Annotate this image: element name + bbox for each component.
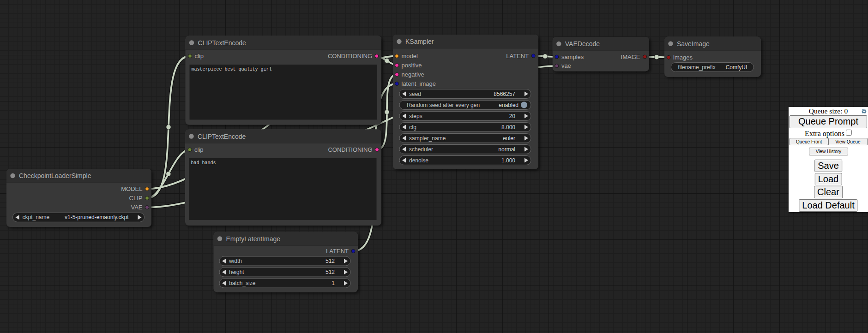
svg-text:CLIPTextEncode: CLIPTextEncode	[198, 133, 246, 140]
svg-text:steps: steps	[409, 113, 422, 119]
svg-text:height: height	[229, 269, 244, 275]
svg-text:VAE: VAE	[131, 204, 142, 211]
svg-text:EmptyLatentImage: EmptyLatentImage	[226, 235, 281, 243]
svg-text:KSampler: KSampler	[405, 38, 434, 45]
svg-text:CheckpointLoaderSimple: CheckpointLoaderSimple	[19, 172, 91, 179]
svg-text:clip: clip	[195, 53, 204, 59]
svg-text:20: 20	[509, 113, 516, 119]
svg-text:bad hands: bad hands	[191, 161, 216, 166]
svg-text:clip: clip	[194, 146, 204, 153]
svg-text:CLIP: CLIP	[129, 195, 143, 202]
svg-text:VAEDecode: VAEDecode	[565, 40, 600, 48]
svg-text:samples: samples	[561, 54, 584, 60]
svg-text:denoise: denoise	[409, 157, 428, 164]
svg-text:positive: positive	[402, 62, 422, 69]
svg-text:v1-5-pruned-emaonly.ckpt: v1-5-pruned-emaonly.ckpt	[65, 214, 129, 220]
svg-text:images: images	[673, 54, 693, 61]
svg-text:masterpiece best quality girl: masterpiece best quality girl	[192, 67, 272, 72]
svg-text:8.000: 8.000	[501, 124, 515, 131]
svg-text:8566257: 8566257	[494, 91, 515, 97]
svg-text:scheduler: scheduler	[409, 146, 433, 153]
svg-text:IMAGE: IMAGE	[621, 54, 640, 60]
svg-text:euler: euler	[503, 135, 515, 142]
svg-text:CLIPTextEncode: CLIPTextEncode	[198, 39, 246, 47]
svg-text:ComfyUI: ComfyUI	[726, 64, 747, 71]
svg-text:Random seed after every gen: Random seed after every gen	[407, 102, 480, 108]
svg-text:LATENT: LATENT	[326, 248, 349, 255]
svg-text:vae: vae	[561, 62, 571, 69]
svg-text:batch_size: batch_size	[229, 280, 256, 286]
svg-text:model: model	[402, 53, 418, 59]
svg-text:1: 1	[332, 280, 335, 286]
svg-text:LATENT: LATENT	[506, 53, 529, 59]
svg-text:cfg: cfg	[409, 124, 416, 131]
svg-text:sampler_name: sampler_name	[409, 135, 446, 142]
svg-text:ckpt_name: ckpt_name	[23, 214, 50, 220]
svg-text:latent_image: latent_image	[402, 80, 436, 87]
svg-text:enabled: enabled	[499, 102, 518, 108]
svg-text:normal: normal	[498, 146, 515, 153]
svg-text:filename_prefix: filename_prefix	[678, 64, 715, 71]
svg-text:512: 512	[326, 269, 335, 275]
svg-text:width: width	[229, 258, 242, 264]
svg-text:1.000: 1.000	[501, 157, 515, 164]
svg-text:CONDITIONING: CONDITIONING	[328, 146, 372, 153]
svg-text:MODEL: MODEL	[121, 185, 142, 192]
svg-text:SaveImage: SaveImage	[677, 40, 710, 48]
svg-text:seed: seed	[409, 91, 421, 97]
svg-text:CONDITIONING: CONDITIONING	[328, 53, 372, 59]
svg-text:negative: negative	[402, 71, 424, 78]
svg-text:512: 512	[326, 258, 335, 264]
